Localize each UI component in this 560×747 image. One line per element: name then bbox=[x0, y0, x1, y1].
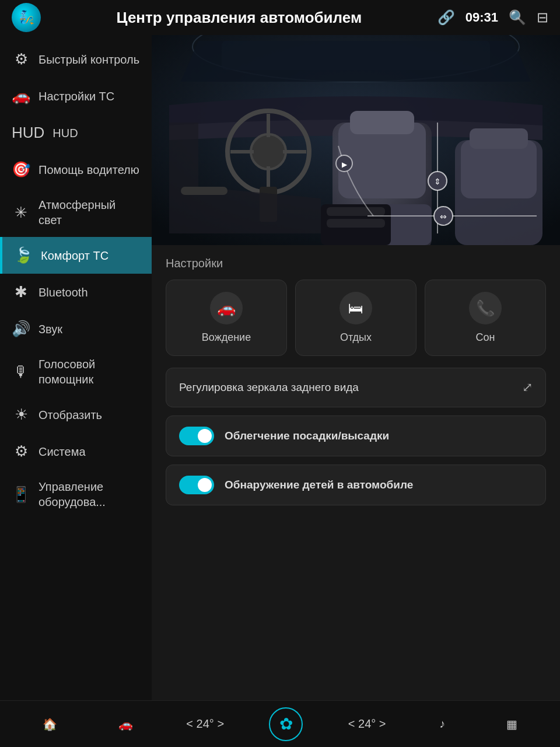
link-icon[interactable]: 🔗 bbox=[438, 9, 455, 26]
preset-cards: 🚗 Вождение 🛏 Отдых 📞 Сон bbox=[166, 280, 546, 356]
sidebar-item-vehicle-settings[interactable]: 🚗 Настройки ТС bbox=[0, 78, 152, 114]
car-image-area: ⇕ ⇔ ▶ bbox=[152, 35, 560, 245]
main-content: ⇕ ⇔ ▶ Настройки 🚗 Вождение 🛏 Отдых 📞 Сон bbox=[152, 35, 560, 700]
sidebar-icon-vehicle-settings: 🚗 bbox=[12, 87, 30, 105]
child-detect-row: Обнаружение детей в автомобиле bbox=[166, 465, 546, 505]
sidebar-icon-bluetooth: ✱ bbox=[12, 283, 30, 301]
settings-section-label: Настройки bbox=[166, 257, 546, 270]
sidebar-label-display: Отобразить bbox=[38, 407, 102, 423]
sidebar-label-sound: Звук bbox=[38, 322, 62, 337]
sidebar-label-comfort: Комфорт ТС bbox=[41, 248, 108, 263]
fan-icon: ✿ bbox=[279, 714, 293, 734]
grid-button[interactable]: ▦ bbox=[498, 713, 526, 736]
sidebar-label-vehicle-settings: Настройки ТС bbox=[38, 89, 114, 104]
preset-label-driving: Вождение bbox=[202, 331, 251, 344]
sidebar-item-system[interactable]: ⚙ Система bbox=[0, 433, 152, 470]
home-button[interactable]: 🏠 bbox=[34, 713, 65, 736]
chevron-right-icon: > bbox=[217, 717, 224, 730]
sidebar-label-quick-control: Быстрый контроль bbox=[38, 52, 139, 67]
mirror-adjust-row[interactable]: Регулировка зеркала заднего вида ⤢ bbox=[166, 368, 546, 407]
menu-icon[interactable]: ⊟ bbox=[537, 9, 548, 26]
sidebar-icon-voice: 🎙 bbox=[12, 363, 30, 381]
bottom-bar: 🏠 🚗 < 24° > ✿ < 24° > ♪ ▦ bbox=[0, 700, 560, 747]
svg-rect-20 bbox=[327, 219, 385, 228]
grid-icon: ▦ bbox=[506, 717, 517, 731]
clock: 09:31 bbox=[466, 10, 498, 25]
sidebar-label-device-mgmt: Управление оборудова... bbox=[38, 479, 140, 509]
home-icon: 🏠 bbox=[43, 717, 57, 731]
svg-rect-17 bbox=[181, 187, 228, 195]
sidebar-item-comfort[interactable]: 🍃 Комфорт ТС bbox=[0, 237, 152, 274]
music-icon: ♪ bbox=[439, 717, 445, 731]
sidebar-item-display[interactable]: ☀ Отобразить bbox=[0, 396, 152, 433]
sidebar-label-voice: Голосовой помощник bbox=[38, 357, 140, 387]
svg-rect-16 bbox=[470, 128, 528, 149]
preset-icon-rest: 🛏 bbox=[340, 292, 372, 324]
temp-right[interactable]: < 24° > bbox=[348, 717, 386, 731]
sidebar-item-ambient-light[interactable]: ✳ Атмосферный свет bbox=[0, 188, 152, 237]
svg-text:⇔: ⇔ bbox=[440, 212, 447, 221]
boarding-assist-toggle[interactable] bbox=[179, 427, 214, 445]
sidebar-icon-system: ⚙ bbox=[12, 442, 30, 460]
settings-section: Настройки 🚗 Вождение 🛏 Отдых 📞 Сон Регул… bbox=[152, 245, 560, 525]
sidebar-item-voice[interactable]: 🎙 Голосовой помощник bbox=[0, 347, 152, 396]
boarding-assist-row: Облегчение посадки/высадки bbox=[166, 416, 546, 456]
sidebar-item-hud[interactable]: HUD HUD bbox=[0, 114, 152, 151]
preset-card-rest[interactable]: 🛏 Отдых bbox=[295, 280, 416, 356]
car-interior-svg: ⇕ ⇔ ▶ bbox=[152, 35, 560, 245]
temp-right-value: 24° bbox=[358, 717, 379, 730]
preset-label-rest: Отдых bbox=[340, 331, 372, 344]
child-detect-toggle[interactable] bbox=[179, 476, 214, 494]
preset-icon-sleep: 📞 bbox=[469, 292, 502, 324]
sidebar-item-bluetooth[interactable]: ✱ Bluetooth bbox=[0, 274, 152, 310]
boarding-assist-label: Облегчение посадки/высадки bbox=[225, 430, 389, 442]
top-bar-icons: 🔗 09:31 🔍 ⊟ bbox=[438, 9, 548, 26]
sidebar-icon-hud: HUD bbox=[12, 124, 44, 142]
app-logo[interactable]: 🧞 bbox=[12, 3, 41, 32]
preset-card-sleep[interactable]: 📞 Сон bbox=[425, 280, 546, 356]
chevron-left-icon2: < bbox=[348, 717, 355, 730]
expand-icon: ⤢ bbox=[522, 380, 533, 395]
sidebar-icon-device-mgmt: 📱 bbox=[12, 486, 30, 504]
temp-left[interactable]: < 24° > bbox=[186, 717, 224, 731]
sidebar-item-device-mgmt[interactable]: 📱 Управление оборудова... bbox=[0, 470, 152, 519]
svg-text:⇕: ⇕ bbox=[434, 177, 441, 186]
car-button[interactable]: 🚗 bbox=[110, 713, 141, 736]
mirror-adjust-label: Регулировка зеркала заднего вида bbox=[179, 381, 359, 394]
sidebar-icon-comfort: 🍃 bbox=[14, 246, 33, 264]
sidebar: ⚙ Быстрый контроль 🚗 Настройки ТС HUD HU… bbox=[0, 35, 152, 700]
sidebar-item-quick-control[interactable]: ⚙ Быстрый контроль bbox=[0, 41, 152, 78]
svg-rect-13 bbox=[350, 111, 414, 134]
sidebar-item-sound[interactable]: 🔊 Звук bbox=[0, 310, 152, 347]
sidebar-label-bluetooth: Bluetooth bbox=[38, 285, 88, 300]
top-bar: 🧞 Центр управления автомобилем 🔗 09:31 🔍… bbox=[0, 0, 560, 35]
sidebar-icon-quick-control: ⚙ bbox=[12, 50, 30, 68]
sidebar-icon-sound: 🔊 bbox=[12, 320, 30, 338]
sidebar-icon-ambient-light: ✳ bbox=[12, 204, 30, 222]
child-detect-label: Обнаружение детей в автомобиле bbox=[225, 479, 413, 491]
sidebar-icon-display: ☀ bbox=[12, 406, 30, 424]
preset-icon-driving: 🚗 bbox=[210, 292, 243, 324]
car-icon: 🚗 bbox=[118, 717, 133, 731]
page-title: Центр управления автомобилем bbox=[41, 9, 438, 27]
music-button[interactable]: ♪ bbox=[431, 713, 453, 735]
svg-text:▶: ▶ bbox=[342, 160, 348, 169]
sidebar-label-system: Система bbox=[38, 444, 86, 459]
temp-left-value: 24° bbox=[197, 717, 218, 730]
chevron-left-icon: < bbox=[186, 717, 193, 730]
fan-button[interactable]: ✿ bbox=[269, 707, 303, 741]
sidebar-label-ambient-light: Атмосферный свет bbox=[38, 197, 140, 228]
sidebar-label-driver-assist: Помощь водителю bbox=[38, 162, 139, 177]
sidebar-label-hud: HUD bbox=[52, 125, 78, 141]
sidebar-icon-driver-assist: 🎯 bbox=[12, 160, 30, 179]
svg-point-4 bbox=[251, 134, 286, 169]
preset-card-driving[interactable]: 🚗 Вождение bbox=[166, 280, 287, 356]
sidebar-item-driver-assist[interactable]: 🎯 Помощь водителю bbox=[0, 151, 152, 188]
preset-label-sleep: Сон bbox=[476, 331, 495, 344]
chevron-right-icon2: > bbox=[379, 717, 386, 730]
svg-rect-19 bbox=[327, 207, 385, 216]
search-icon[interactable]: 🔍 bbox=[509, 9, 526, 26]
